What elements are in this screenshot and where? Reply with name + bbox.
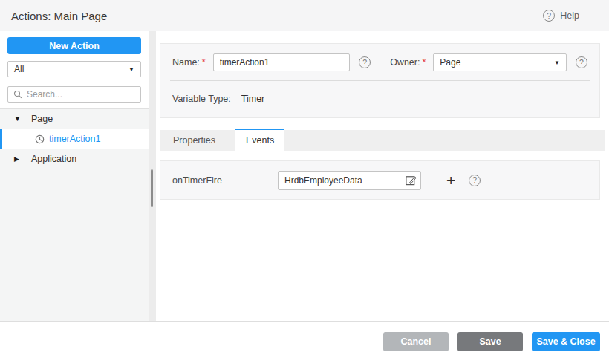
- owner-select-value: Page: [440, 57, 460, 68]
- sidebar-controls: New Action All ▼: [0, 31, 149, 108]
- search-input[interactable]: [27, 89, 135, 100]
- tab-bar: Properties Events: [160, 130, 605, 151]
- actions-tree: ▼ Page timerAction1 ▶ Application: [0, 108, 149, 321]
- splitter[interactable]: [149, 31, 156, 321]
- main-content: Name:* ? Owner:* Page ▼ ? Variable Type:…: [156, 31, 609, 321]
- search-box: [7, 86, 141, 103]
- footer-actions: Cancel Save Save & Close: [0, 321, 609, 364]
- filter-select[interactable]: All ▼: [7, 61, 141, 77]
- required-asterisk: *: [422, 57, 426, 68]
- tree-item-label: Page: [31, 114, 53, 124]
- events-panel: onTimerFire HrdbEmployeeData + ?: [160, 160, 600, 200]
- filter-select-value: All: [14, 64, 24, 74]
- tab-events[interactable]: Events: [235, 129, 284, 151]
- event-help-icon[interactable]: ?: [469, 175, 481, 186]
- variable-type-value: Timer: [241, 94, 264, 104]
- caret-right-icon[interactable]: ▶: [14, 155, 22, 163]
- help-button[interactable]: ? Help: [543, 10, 579, 22]
- tree-item-application[interactable]: ▶ Application: [0, 149, 149, 169]
- tree-item-label: Application: [31, 154, 76, 164]
- tree-item-timeraction1[interactable]: timerAction1: [0, 129, 149, 149]
- variable-type-label: Variable Type:: [172, 94, 231, 104]
- event-name-label: onTimerFire: [172, 175, 278, 186]
- page-header: Actions: Main Page ? Help: [0, 0, 609, 31]
- actions-editor-window: Actions: Main Page ? Help New Action All…: [0, 0, 609, 364]
- cancel-button[interactable]: Cancel: [383, 332, 449, 351]
- scrollbar-thumb[interactable]: [151, 169, 153, 207]
- chevron-down-icon: ▼: [554, 59, 560, 66]
- name-owner-row: Name:* ? Owner:* Page ▼ ?: [160, 44, 599, 80]
- action-details-panel: Name:* ? Owner:* Page ▼ ? Variable Type:…: [160, 43, 600, 118]
- caret-down-icon[interactable]: ▼: [14, 115, 22, 123]
- chevron-down-icon: ▼: [128, 66, 134, 73]
- help-label: Help: [560, 10, 579, 21]
- search-icon: [13, 90, 22, 99]
- owner-label: Owner:*: [390, 57, 426, 68]
- owner-help-icon[interactable]: ?: [576, 56, 587, 68]
- save-and-close-button[interactable]: Save & Close: [532, 332, 600, 351]
- new-action-button[interactable]: New Action: [7, 37, 141, 54]
- name-input[interactable]: [213, 53, 350, 71]
- clock-icon: [35, 134, 45, 144]
- help-icon: ?: [543, 10, 555, 22]
- owner-select[interactable]: Page ▼: [433, 53, 567, 71]
- edit-icon[interactable]: [401, 174, 420, 186]
- add-event-button[interactable]: +: [446, 172, 455, 188]
- sidebar: New Action All ▼ ▼: [0, 31, 149, 321]
- save-button[interactable]: Save: [457, 332, 523, 351]
- name-help-icon[interactable]: ?: [359, 56, 371, 68]
- action-chain-value: HrdbEmployeeData: [279, 175, 401, 186]
- name-label: Name:*: [172, 57, 206, 68]
- tree-item-label: timerAction1: [49, 134, 100, 144]
- required-asterisk: *: [202, 57, 206, 68]
- tree-item-page[interactable]: ▼ Page: [0, 109, 149, 129]
- tab-properties[interactable]: Properties: [160, 130, 229, 151]
- page-title: Actions: Main Page: [11, 10, 107, 22]
- action-chain-field[interactable]: HrdbEmployeeData: [278, 171, 421, 190]
- variable-type-row: Variable Type: Timer: [160, 81, 599, 117]
